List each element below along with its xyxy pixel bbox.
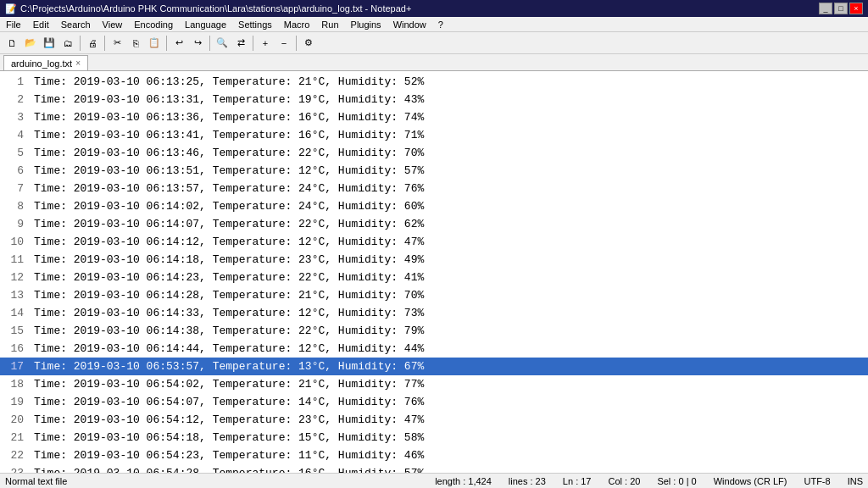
status-col: Col : 20: [608, 476, 640, 486]
line-text: Time: 2019-03-10 06:14:38, Temperature: …: [31, 322, 424, 340]
title-bar-controls[interactable]: _ □ ×: [819, 3, 863, 14]
settings-button[interactable]: ⚙: [300, 35, 317, 52]
close-button[interactable]: ×: [849, 3, 863, 14]
line-number: 18: [0, 375, 31, 393]
minimize-button[interactable]: _: [819, 3, 832, 14]
status-mode: INS: [848, 476, 863, 486]
menu-item-settings[interactable]: Settings: [236, 19, 275, 30]
line-number: 6: [0, 162, 31, 180]
find-button[interactable]: 🔍: [214, 35, 231, 52]
line-number: 9: [0, 215, 31, 233]
table-row: 2Time: 2019-03-10 06:13:31, Temperature:…: [0, 91, 868, 108]
table-row: 19Time: 2019-03-10 06:54:07, Temperature…: [0, 393, 868, 411]
line-text: Time: 2019-03-10 06:13:36, Temperature: …: [31, 108, 424, 126]
maximize-button[interactable]: □: [834, 3, 848, 14]
status-right: length : 1,424 lines : 23 Ln : 17 Col : …: [435, 476, 863, 486]
line-number: 5: [0, 144, 31, 162]
menu-item-run[interactable]: Run: [319, 19, 341, 30]
line-text: Time: 2019-03-10 06:14:02, Temperature: …: [31, 197, 424, 215]
table-row: 15Time: 2019-03-10 06:14:38, Temperature…: [0, 322, 868, 340]
status-file-type: Normal text file: [5, 476, 67, 486]
line-text: Time: 2019-03-10 06:54:23, Temperature: …: [31, 446, 424, 464]
text-content[interactable]: 1Time: 2019-03-10 06:13:25, Temperature:…: [0, 71, 868, 473]
zoom-in-button[interactable]: +: [257, 35, 274, 52]
line-text: Time: 2019-03-10 06:54:07, Temperature: …: [31, 393, 424, 411]
save-button[interactable]: 💾: [41, 35, 58, 52]
status-ln: Ln : 17: [563, 476, 592, 486]
paste-button[interactable]: 📋: [146, 35, 163, 52]
line-number: 15: [0, 322, 31, 340]
menu-item-search[interactable]: Search: [58, 19, 93, 30]
open-button[interactable]: 📂: [22, 35, 39, 52]
print-button[interactable]: 🖨: [84, 35, 101, 52]
menu-item-encoding[interactable]: Encoding: [131, 19, 175, 30]
line-number: 19: [0, 393, 31, 411]
menu-bar: FileEditSearchViewEncodingLanguageSettin…: [0, 17, 868, 32]
save-all-button[interactable]: 🗂: [59, 35, 76, 52]
copy-button[interactable]: ⎘: [127, 35, 144, 52]
title-bar: 📝 C:\Projects\Arduino\Arduino PHK Commun…: [0, 0, 868, 17]
tab-label: arduino_log.txt: [11, 58, 72, 69]
menu-item-language[interactable]: Language: [182, 19, 229, 30]
menu-item-edit[interactable]: Edit: [31, 19, 52, 30]
line-text: Time: 2019-03-10 06:14:07, Temperature: …: [31, 215, 424, 233]
table-row: 20Time: 2019-03-10 06:54:12, Temperature…: [0, 411, 868, 429]
table-row: 12Time: 2019-03-10 06:14:23, Temperature…: [0, 269, 868, 286]
table-row: 10Time: 2019-03-10 06:14:12, Temperature…: [0, 233, 868, 251]
table-row: 1Time: 2019-03-10 06:13:25, Temperature:…: [0, 73, 868, 91]
line-number: 14: [0, 304, 31, 322]
line-number: 10: [0, 233, 31, 251]
table-row: 13Time: 2019-03-10 06:14:28, Temperature…: [0, 286, 868, 304]
table-row: 6Time: 2019-03-10 06:13:51, Temperature:…: [0, 162, 868, 180]
status-bar: Normal text file length : 1,424 lines : …: [0, 473, 868, 488]
line-number: 13: [0, 286, 31, 304]
line-number: 8: [0, 197, 31, 215]
line-text: Time: 2019-03-10 06:14:44, Temperature: …: [31, 340, 424, 358]
status-encoding: UTF-8: [804, 476, 830, 486]
line-number: 20: [0, 411, 31, 429]
tab-close-button[interactable]: ×: [75, 58, 81, 68]
zoom-out-button[interactable]: −: [275, 35, 292, 52]
menu-item-?[interactable]: ?: [436, 19, 446, 30]
replace-button[interactable]: ⇄: [232, 35, 249, 52]
status-sel: Sel : 0 | 0: [657, 476, 696, 486]
title-bar-text: C:\Projects\Arduino\Arduino PHK Communic…: [20, 3, 411, 14]
line-text: Time: 2019-03-10 06:54:18, Temperature: …: [31, 429, 424, 446]
status-length: length : 1,424: [435, 476, 492, 486]
line-number: 21: [0, 429, 31, 446]
line-text: Time: 2019-03-10 06:13:57, Temperature: …: [31, 180, 424, 197]
file-tab[interactable]: arduino_log.txt ×: [3, 55, 88, 70]
menu-item-plugins[interactable]: Plugins: [348, 19, 384, 30]
table-row: 16Time: 2019-03-10 06:14:44, Temperature…: [0, 340, 868, 358]
menu-item-view[interactable]: View: [100, 19, 125, 30]
sep6: [296, 36, 297, 51]
table-row: 5Time: 2019-03-10 06:13:46, Temperature:…: [0, 144, 868, 162]
menu-item-window[interactable]: Window: [391, 19, 429, 30]
cut-button[interactable]: ✂: [108, 35, 125, 52]
new-button[interactable]: 🗋: [3, 35, 20, 52]
title-bar-left: 📝 C:\Projects\Arduino\Arduino PHK Commun…: [5, 3, 411, 14]
line-text: Time: 2019-03-10 06:13:46, Temperature: …: [31, 144, 424, 162]
line-text: Time: 2019-03-10 06:13:31, Temperature: …: [31, 91, 424, 108]
menu-item-file[interactable]: File: [3, 19, 24, 30]
sep3: [166, 36, 167, 51]
table-row: 23Time: 2019-03-10 06:54:28, Temperature…: [0, 464, 868, 473]
redo-button[interactable]: ↪: [189, 35, 206, 52]
menu-item-macro[interactable]: Macro: [281, 19, 313, 30]
line-number: 22: [0, 446, 31, 464]
line-number: 17: [0, 358, 31, 375]
line-text: Time: 2019-03-10 06:13:51, Temperature: …: [31, 162, 424, 180]
content-area: 1Time: 2019-03-10 06:13:25, Temperature:…: [0, 71, 868, 473]
line-number: 3: [0, 108, 31, 126]
line-number: 1: [0, 73, 31, 91]
table-row: 9Time: 2019-03-10 06:14:07, Temperature:…: [0, 215, 868, 233]
line-number: 16: [0, 340, 31, 358]
table-row: 3Time: 2019-03-10 06:13:36, Temperature:…: [0, 108, 868, 126]
status-line-ending: Windows (CR LF): [714, 476, 787, 486]
table-row: 14Time: 2019-03-10 06:14:33, Temperature…: [0, 304, 868, 322]
line-number: 11: [0, 251, 31, 269]
line-text: Time: 2019-03-10 06:54:28, Temperature: …: [31, 464, 424, 473]
toolbar: 🗋 📂 💾 🗂 🖨 ✂ ⎘ 📋 ↩ ↪ 🔍 ⇄ + − ⚙: [0, 32, 868, 54]
undo-button[interactable]: ↩: [170, 35, 187, 52]
table-row: 7Time: 2019-03-10 06:13:57, Temperature:…: [0, 180, 868, 197]
